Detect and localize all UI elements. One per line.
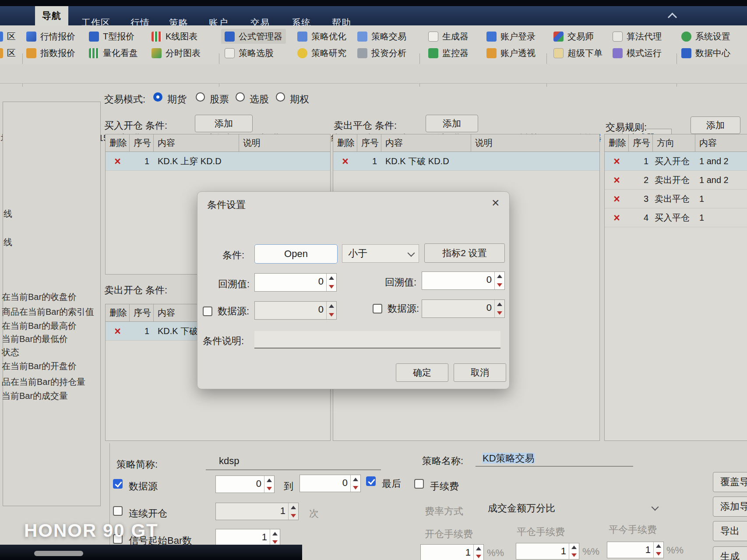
close-fee-spinner[interactable]: 1 [516,543,579,560]
strategy-name-input[interactable]: KD策略交易 [476,450,633,467]
radio-option[interactable] [276,92,285,102]
toolbar-item-mode-run[interactable]: 模式运行 [613,46,662,60]
spin-up-button[interactable] [569,543,579,551]
radio-stock[interactable] [196,92,205,102]
cancel-button[interactable]: 取消 [454,363,506,382]
range-from-spinner[interactable]: 0 [215,475,275,493]
range-to-spinner[interactable]: 0 [300,475,361,492]
list-item[interactable]: 在当前Bar的开盘价 [2,360,77,372]
datasource-right-spinner[interactable]: 0 [422,299,505,318]
lookback-left-spinner[interactable]: 0 [254,273,337,292]
delete-icon[interactable]: × [106,322,130,340]
spin-up-button[interactable] [264,476,274,484]
table-row[interactable]: × 4 买入平仓 1 [605,208,747,227]
spin-up-button[interactable] [351,475,360,483]
table-row[interactable]: × 1 KD.K 上穿 KD.D [106,152,330,171]
list-item[interactable]: 当前Bar的成交量 [2,390,68,402]
radio-stock-pick-label[interactable]: 选股 [250,93,269,106]
datasource-right-checkbox[interactable] [373,304,382,313]
datasource-checkbox[interactable] [113,479,123,489]
toolbar-item-partial[interactable]: 区 [0,29,16,44]
toolbar-item-strategy-trade[interactable]: 策略交易 [357,29,406,44]
toolbar-item-strategy-research[interactable]: 策略研究 [297,46,346,60]
indicator2-settings-button[interactable]: 指标2 设置 [424,243,505,263]
spin-down-button[interactable] [264,484,274,493]
toolbar-item-system-settings[interactable]: 系统设置 [681,29,730,44]
table-row[interactable]: × 1 KD.K 下破 KD.D [333,152,599,171]
list-item[interactable]: 线 [4,208,12,220]
close-today-fee-spinner[interactable]: 1 [607,542,664,558]
list-item[interactable]: 在当前Bar的收盘价 [2,291,77,303]
spin-down-button[interactable] [654,550,663,558]
spin-down-button[interactable] [327,282,336,291]
fee-mode-select[interactable]: 成交金额万分比 [488,502,555,515]
generate-button[interactable]: 生成 [713,546,747,560]
datasource-left-spinner[interactable]: 0 [254,301,337,320]
continuous-open-checkbox[interactable] [113,506,123,516]
list-item[interactable]: 当前Bar的最低价 [2,333,68,345]
list-item[interactable]: 线 [4,236,12,248]
radio-stock-pick[interactable] [236,92,245,102]
sell-close-add-button[interactable]: 添加 [426,115,478,132]
list-item[interactable]: 状态 [2,346,19,358]
delete-icon[interactable]: × [605,208,629,227]
table-row[interactable]: × 1 买入开仓 1 and 2 [605,152,747,171]
spin-down-button[interactable] [495,309,504,317]
toolbar-item-investment-analysis[interactable]: 投资分析 [357,46,406,60]
toolbar-item-quant-watch[interactable]: 量化看盘 [89,46,138,60]
export-button[interactable]: 导出 [713,521,747,541]
toolbar-item-algo-agent[interactable]: 算法代理 [613,29,662,44]
collapse-ribbon-icon[interactable] [668,13,677,22]
toolbar-item-t-quote[interactable]: T型报价 [89,29,134,44]
trade-rules-add-button[interactable]: 添加 [691,116,740,134]
spin-up-button[interactable] [270,529,280,538]
spin-down-button[interactable] [569,551,579,559]
toolbar-item-account-view[interactable]: 账户透视 [486,46,536,60]
list-item[interactable]: 商品在当前Bar的索引值 [2,306,94,318]
toolbar-item-account-login[interactable]: 账户登录 [486,29,536,44]
dialog-close-icon[interactable]: × [492,196,500,209]
table-row[interactable]: × 2 卖出开仓 1 and 2 [605,171,747,190]
fee-mode-chevron-down-icon[interactable] [652,504,659,511]
menu-item-navigation[interactable]: 导航 [35,6,68,25]
spin-up-button[interactable] [289,503,298,511]
toolbar-item-index-quote[interactable]: 指数报价 [26,46,75,60]
buy-open-add-button[interactable]: 添加 [195,115,253,132]
spin-down-button[interactable] [495,281,504,289]
list-item[interactable]: 品在当前Bar的持仓量 [2,376,85,388]
operand-button[interactable]: Open [254,244,338,264]
list-item[interactable]: 在当前Bar的最高价 [2,320,77,332]
radio-option-label[interactable]: 期权 [290,93,309,106]
toolbar-item-strategy-optimize[interactable]: 策略优化 [297,29,346,44]
signal-start-spinner[interactable]: 1 [215,529,280,546]
spin-down-button[interactable] [327,310,336,319]
spin-up-button[interactable] [495,300,504,309]
radio-futures-label[interactable]: 期货 [167,93,187,106]
table-row[interactable]: × 3 卖出平仓 1 [605,190,747,208]
import-overwrite-button[interactable]: 覆盖导入 [713,472,747,492]
ok-button[interactable]: 确定 [396,363,448,382]
toolbar-item-kline-chart[interactable]: K线图表 [152,29,197,44]
spin-down-button[interactable] [289,511,298,520]
condition-note-input[interactable] [254,331,500,349]
open-fee-spinner[interactable]: 1 [420,544,484,560]
spin-up-button[interactable] [327,274,336,282]
toolbar-item-super-order[interactable]: 超级下单 [553,46,603,60]
toolbar-item-trader[interactable]: 交易师 [553,29,594,44]
spin-down-button[interactable] [474,553,483,560]
toolbar-item-market-quote[interactable]: 行情报价 [26,29,75,44]
fee-checkbox[interactable] [414,479,424,489]
strategy-abbr-input[interactable]: kdsp [206,454,381,470]
toolbar-item-intraday-chart[interactable]: 分时图表 [152,46,201,60]
spin-up-button[interactable] [327,302,336,310]
radio-futures[interactable] [153,92,162,102]
radio-stock-label[interactable]: 股票 [210,93,229,106]
continuous-times-spinner[interactable]: 1 [215,503,299,520]
toolbar-item-monitor[interactable]: 监控器 [428,46,469,60]
delete-icon[interactable]: × [605,190,629,208]
last-checkbox[interactable] [366,476,376,486]
lookback-right-spinner[interactable]: 0 [422,271,505,290]
toolbar-item-data-center[interactable]: 数据中心 [681,46,730,60]
delete-icon[interactable]: × [605,171,629,189]
delete-icon[interactable]: × [605,152,629,170]
